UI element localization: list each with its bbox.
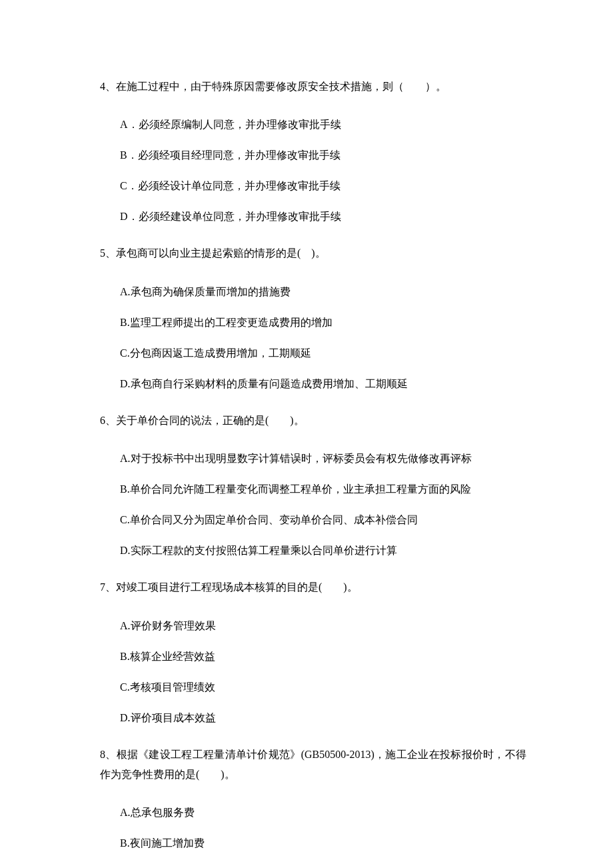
option-item: C.分包商因返工造成费用增加，工期顺延	[120, 345, 526, 361]
option-item: B．必须经项目经理同意，并办理修改审批手续	[120, 147, 526, 163]
question-stem: 4、在施工过程中，由于特殊原因需要修改原安全技术措施，则（ ）。	[100, 77, 526, 97]
option-item: D.评价项目成本效益	[120, 710, 526, 726]
option-list: A.评价财务管理效果 B.核算企业经营效益 C.考核项目管理绩效 D.评价项目成…	[100, 598, 526, 726]
option-item: A．必须经原编制人同意，并办理修改审批手续	[120, 117, 526, 133]
question-stem: 6、关于单价合同的说法，正确的是( )。	[100, 411, 526, 431]
option-item: B.单价合同允许随工程量变化而调整工程单价，业主承担工程量方面的风险	[120, 481, 526, 497]
option-item: D.承包商自行采购材料的质量有问题造成费用增加、工期顺延	[120, 376, 526, 392]
option-item: D.实际工程款的支付按照估算工程量乘以合同单价进行计算	[120, 543, 526, 559]
option-item: A.承包商为确保质量而增加的措施费	[120, 284, 526, 300]
question-stem: 8、根据《建设工程工程量清单计价规范》(GB50500-2013)，施工企业在投…	[100, 745, 526, 785]
question-stem: 7、对竣工项目进行工程现场成本核算的目的是( )。	[100, 577, 526, 597]
option-item: D．必须经建设单位同意，并办理修改审批手续	[120, 209, 526, 225]
option-list: A.承包商为确保质量而增加的措施费 B.监理工程师提出的工程变更造成费用的增加 …	[100, 264, 526, 392]
page-body: 4、在施工过程中，由于特殊原因需要修改原安全技术措施，则（ ）。 A．必须经原编…	[0, 0, 613, 868]
option-item: B.监理工程师提出的工程变更造成费用的增加	[120, 315, 526, 331]
option-item: A.评价财务管理效果	[120, 618, 526, 634]
option-item: B.夜间施工增加费	[120, 835, 526, 851]
option-item: C.考核项目管理绩效	[120, 679, 526, 695]
option-item: C．必须经设计单位同意，并办理修改审批手续	[120, 178, 526, 194]
question-stem: 5、承包商可以向业主提起索赔的情形的是( )。	[100, 243, 526, 263]
option-item: A.对于投标书中出现明显数字计算错误时，评标委员会有权先做修改再评标	[120, 451, 526, 467]
option-list: A．必须经原编制人同意，并办理修改审批手续 B．必须经项目经理同意，并办理修改审…	[100, 97, 526, 225]
option-item: B.核算企业经营效益	[120, 649, 526, 665]
option-list: A.对于投标书中出现明显数字计算错误时，评标委员会有权先做修改再评标 B.单价合…	[100, 431, 526, 559]
option-list: A.总承包服务费 B.夜间施工增加费 C.工程排污费	[100, 785, 526, 868]
option-item: C.单价合同又分为固定单价合同、变动单价合同、成本补偿合同	[120, 512, 526, 528]
option-item: A.总承包服务费	[120, 805, 526, 821]
